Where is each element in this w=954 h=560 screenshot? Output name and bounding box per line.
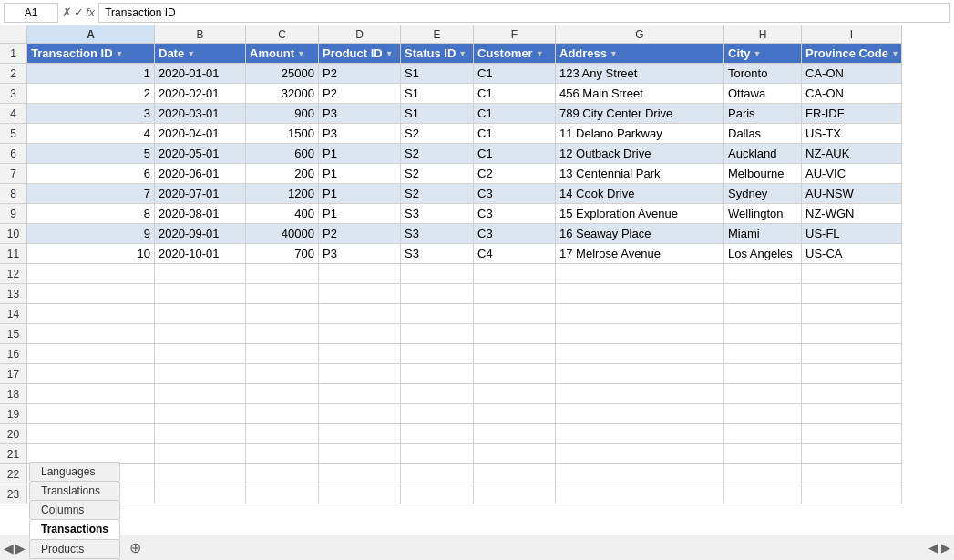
cell-8-D[interactable]: P1: [319, 184, 401, 204]
empty-cell[interactable]: [401, 464, 474, 484]
empty-cell[interactable]: [246, 304, 319, 324]
header-cell-G1[interactable]: Address ▼: [556, 44, 724, 64]
cell-5-B[interactable]: 2020-04-01: [155, 124, 246, 144]
empty-cell[interactable]: [802, 484, 902, 504]
cell-11-H[interactable]: Los Angeles: [724, 244, 802, 264]
cell-7-A[interactable]: 6: [27, 164, 155, 184]
cell-5-G[interactable]: 11 Delano Parkway: [556, 124, 724, 144]
sheet-tab-columns[interactable]: Columns: [29, 500, 120, 519]
empty-cell[interactable]: [802, 304, 902, 324]
empty-cell[interactable]: [319, 424, 401, 444]
empty-cell[interactable]: [724, 384, 802, 404]
empty-cell[interactable]: [27, 324, 155, 344]
cell-8-B[interactable]: 2020-07-01: [155, 184, 246, 204]
empty-cell[interactable]: [27, 404, 155, 424]
empty-cell[interactable]: [246, 384, 319, 404]
cell-3-D[interactable]: P2: [319, 84, 401, 104]
cell-8-I[interactable]: AU-NSW: [802, 184, 902, 204]
cell-9-I[interactable]: NZ-WGN: [802, 204, 902, 224]
sheet-tab-languages[interactable]: Languages: [29, 462, 120, 481]
filter-arrow-D[interactable]: ▼: [385, 49, 394, 58]
empty-cell[interactable]: [474, 304, 556, 324]
scroll-left-icon[interactable]: ◀: [928, 541, 938, 555]
cell-2-H[interactable]: Toronto: [724, 64, 802, 84]
cell-10-G[interactable]: 16 Seaway Place: [556, 224, 724, 244]
empty-cell[interactable]: [724, 304, 802, 324]
empty-cell[interactable]: [155, 484, 246, 504]
cell-3-H[interactable]: Ottawa: [724, 84, 802, 104]
cell-5-F[interactable]: C1: [474, 124, 556, 144]
empty-cell[interactable]: [474, 384, 556, 404]
empty-cell[interactable]: [401, 384, 474, 404]
empty-cell[interactable]: [155, 264, 246, 284]
empty-cell[interactable]: [27, 384, 155, 404]
cell-5-D[interactable]: P3: [319, 124, 401, 144]
cell-4-B[interactable]: 2020-03-01: [155, 104, 246, 124]
cell-8-H[interactable]: Sydney: [724, 184, 802, 204]
cell-9-B[interactable]: 2020-08-01: [155, 204, 246, 224]
empty-cell[interactable]: [724, 364, 802, 384]
filter-arrow-G[interactable]: ▼: [610, 49, 618, 58]
empty-cell[interactable]: [474, 424, 556, 444]
cell-9-D[interactable]: P1: [319, 204, 401, 224]
empty-cell[interactable]: [319, 384, 401, 404]
cell-6-C[interactable]: 600: [246, 144, 319, 164]
cell-6-F[interactable]: C1: [474, 144, 556, 164]
cell-4-F[interactable]: C1: [474, 104, 556, 124]
cell-2-D[interactable]: P2: [319, 64, 401, 84]
scroll-right-icon[interactable]: ▶: [941, 541, 950, 555]
cell-2-F[interactable]: C1: [474, 64, 556, 84]
empty-cell[interactable]: [556, 464, 724, 484]
filter-arrow-B[interactable]: ▼: [187, 49, 195, 58]
cell-6-G[interactable]: 12 Outback Drive: [556, 144, 724, 164]
empty-cell[interactable]: [155, 384, 246, 404]
empty-cell[interactable]: [155, 404, 246, 424]
empty-cell[interactable]: [401, 424, 474, 444]
formula-input[interactable]: Transaction ID: [98, 3, 950, 23]
empty-cell[interactable]: [802, 284, 902, 304]
empty-cell[interactable]: [556, 264, 724, 284]
cell-6-E[interactable]: S2: [401, 144, 474, 164]
cell-10-H[interactable]: Miami: [724, 224, 802, 244]
col-header-E[interactable]: E: [401, 25, 474, 44]
empty-cell[interactable]: [319, 484, 401, 504]
cell-6-A[interactable]: 5: [27, 144, 155, 164]
empty-cell[interactable]: [319, 264, 401, 284]
empty-cell[interactable]: [474, 404, 556, 424]
cell-11-E[interactable]: S3: [401, 244, 474, 264]
empty-cell[interactable]: [474, 464, 556, 484]
empty-cell[interactable]: [802, 324, 902, 344]
header-cell-B1[interactable]: Date ▼: [155, 44, 246, 64]
empty-cell[interactable]: [319, 344, 401, 364]
cell-6-B[interactable]: 2020-05-01: [155, 144, 246, 164]
cancel-icon[interactable]: ✗: [62, 5, 72, 19]
empty-cell[interactable]: [246, 264, 319, 284]
empty-cell[interactable]: [724, 344, 802, 364]
empty-cell[interactable]: [27, 344, 155, 364]
cell-3-B[interactable]: 2020-02-01: [155, 84, 246, 104]
empty-cell[interactable]: [802, 444, 902, 464]
filter-arrow-F[interactable]: ▼: [536, 49, 544, 58]
empty-cell[interactable]: [401, 284, 474, 304]
empty-cell[interactable]: [474, 444, 556, 464]
empty-cell[interactable]: [401, 364, 474, 384]
empty-cell[interactable]: [474, 364, 556, 384]
empty-cell[interactable]: [724, 404, 802, 424]
empty-cell[interactable]: [27, 264, 155, 284]
header-cell-A1[interactable]: Transaction ID ▼: [27, 44, 155, 64]
empty-cell[interactable]: [155, 284, 246, 304]
cell-9-G[interactable]: 15 Exploration Avenue: [556, 204, 724, 224]
empty-cell[interactable]: [246, 444, 319, 464]
empty-cell[interactable]: [401, 484, 474, 504]
empty-cell[interactable]: [27, 364, 155, 384]
empty-cell[interactable]: [802, 404, 902, 424]
cell-5-C[interactable]: 1500: [246, 124, 319, 144]
col-header-D[interactable]: D: [319, 25, 401, 44]
header-cell-D1[interactable]: Product ID ▼: [319, 44, 401, 64]
cell-10-F[interactable]: C3: [474, 224, 556, 244]
cell-4-D[interactable]: P3: [319, 104, 401, 124]
cell-4-C[interactable]: 900: [246, 104, 319, 124]
empty-cell[interactable]: [401, 324, 474, 344]
cell-7-B[interactable]: 2020-06-01: [155, 164, 246, 184]
sheet-tab-products[interactable]: Products: [29, 539, 120, 558]
